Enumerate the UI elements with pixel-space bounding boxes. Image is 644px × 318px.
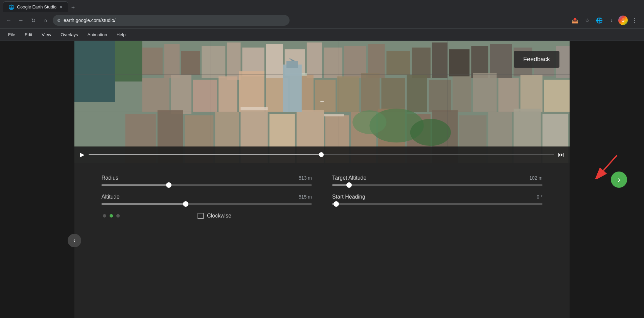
svg-rect-3 [142, 48, 163, 75]
right-panel: › [570, 41, 644, 318]
left-toggle-button[interactable]: ‹ [68, 234, 81, 247]
start-heading-value: 0 ° [537, 194, 543, 200]
center-area: Feedback + ▶ ⏭ ‹ [74, 41, 570, 318]
svg-rect-24 [142, 78, 169, 112]
start-heading-header: Start Heading 0 ° [332, 194, 543, 200]
controls-section: ‹ Radius 813 m [74, 163, 570, 318]
start-heading-track [332, 203, 543, 205]
home-button[interactable]: ⌂ [41, 16, 50, 25]
progress-thumb[interactable] [319, 152, 324, 157]
sliders-row-2: Altitude 515 m Start Heading 0 ° [101, 194, 543, 205]
secure-icon: ⚙ [57, 18, 61, 23]
svg-rect-17 [432, 43, 447, 78]
target-altitude-label: Target Altitude [332, 175, 366, 181]
skip-end-button[interactable]: ⏭ [558, 151, 564, 158]
address-bar[interactable]: ⚙ earth.google.com/studio/ [53, 15, 290, 26]
url-text: earth.google.com/studio/ [64, 18, 285, 23]
menu-animation[interactable]: Animation [84, 31, 111, 39]
new-tab-button[interactable]: + [68, 3, 78, 12]
radius-track [101, 184, 312, 186]
svg-rect-18 [449, 49, 469, 76]
menu-file[interactable]: File [4, 31, 19, 39]
svg-rect-28 [239, 71, 264, 112]
dot-2-active[interactable] [110, 214, 113, 218]
browser-toolbar: ← → ↻ ⌂ ⚙ earth.google.com/studio/ 📤 ☆ 🌐… [0, 12, 644, 28]
svg-rect-7 [227, 43, 240, 80]
reload-button[interactable]: ↻ [28, 16, 38, 25]
feedback-button[interactable]: Feedback [514, 51, 559, 68]
back-button[interactable]: ← [4, 16, 14, 25]
target-altitude-header: Target Altitude 102 m [332, 175, 543, 181]
svg-rect-12 [324, 48, 342, 78]
svg-rect-16 [412, 48, 431, 78]
svg-rect-9 [266, 44, 283, 78]
svg-rect-31 [315, 80, 336, 112]
radius-fill [101, 184, 169, 186]
bottom-controls-row: Clockwise [101, 213, 543, 219]
progress-fill [89, 154, 321, 155]
menu-button[interactable]: ⋮ [629, 15, 640, 26]
cast-button[interactable]: 📤 [570, 15, 580, 26]
city-svg [74, 41, 570, 163]
menu-bar: File Edit View Overlays Animation Help [0, 29, 644, 41]
altitude-thumb[interactable] [183, 201, 188, 207]
altitude-track [101, 203, 312, 205]
browser-chrome: 🌐 Google Earth Studio ✕ + ← → ↻ ⌂ ⚙ eart… [0, 0, 644, 29]
page-wrapper: 🌐 Google Earth Studio ✕ + ← → ↻ ⌂ ⚙ eart… [0, 0, 644, 318]
menu-view[interactable]: View [38, 31, 55, 39]
next-button[interactable]: › [611, 172, 627, 188]
clockwise-label: Clockwise [207, 213, 231, 219]
radius-value: 813 m [299, 175, 312, 181]
svg-rect-2 [74, 41, 115, 102]
profile-icon[interactable]: G [618, 16, 628, 25]
svg-rect-40 [521, 75, 543, 112]
menu-help[interactable]: Help [112, 31, 130, 39]
menu-edit[interactable]: Edit [21, 31, 36, 39]
altitude-value: 515 m [299, 194, 312, 200]
extensions-puzzle-button[interactable]: 🌐 [594, 15, 605, 26]
svg-rect-11 [307, 43, 322, 78]
svg-rect-70 [286, 61, 298, 68]
target-altitude-track [332, 184, 543, 186]
svg-point-59 [410, 119, 451, 146]
svg-rect-39 [498, 78, 519, 112]
start-heading-thumb[interactable] [334, 201, 339, 207]
svg-rect-4 [164, 44, 180, 78]
dot-1[interactable] [103, 214, 106, 218]
start-heading-group: Start Heading 0 ° [332, 194, 543, 205]
progress-bar[interactable] [89, 154, 554, 155]
downloads-button[interactable]: ↓ [606, 15, 617, 26]
svg-rect-37 [453, 76, 471, 112]
svg-rect-6 [202, 46, 225, 78]
tab-title: Google Earth Studio [17, 4, 56, 9]
svg-rect-67 [324, 114, 344, 116]
menu-overlays[interactable]: Overlays [56, 31, 82, 39]
radius-thumb[interactable] [166, 182, 171, 188]
active-tab[interactable]: 🌐 Google Earth Studio ✕ [3, 1, 68, 12]
altitude-label: Altitude [101, 194, 119, 200]
dot-3[interactable] [116, 214, 120, 218]
video-controls-bar: ▶ ⏭ [74, 146, 570, 163]
radius-header: Radius 813 m [101, 175, 312, 181]
clockwise-control: Clockwise [198, 213, 231, 219]
target-altitude-thumb[interactable] [346, 182, 352, 188]
tab-favicon-icon: 🌐 [8, 4, 14, 10]
dots-indicator [103, 214, 120, 218]
clockwise-checkbox[interactable] [198, 213, 204, 219]
forward-button[interactable]: → [16, 16, 26, 25]
bookmark-button[interactable]: ☆ [582, 15, 593, 26]
radius-label: Radius [101, 175, 118, 181]
svg-rect-35 [407, 75, 427, 112]
svg-rect-15 [387, 51, 410, 75]
earth-view[interactable]: Feedback + ▶ ⏭ [74, 41, 570, 163]
svg-rect-41 [544, 80, 570, 112]
play-button[interactable]: ▶ [80, 151, 85, 158]
svg-rect-33 [361, 73, 380, 112]
svg-point-60 [352, 110, 386, 134]
start-heading-label: Start Heading [332, 194, 365, 200]
svg-rect-38 [473, 73, 497, 112]
tab-close-icon[interactable]: ✕ [59, 5, 63, 9]
svg-rect-69 [283, 65, 302, 112]
sliders-row-1: Radius 813 m Target Altitude 102 m [101, 175, 543, 186]
svg-rect-34 [381, 78, 405, 112]
